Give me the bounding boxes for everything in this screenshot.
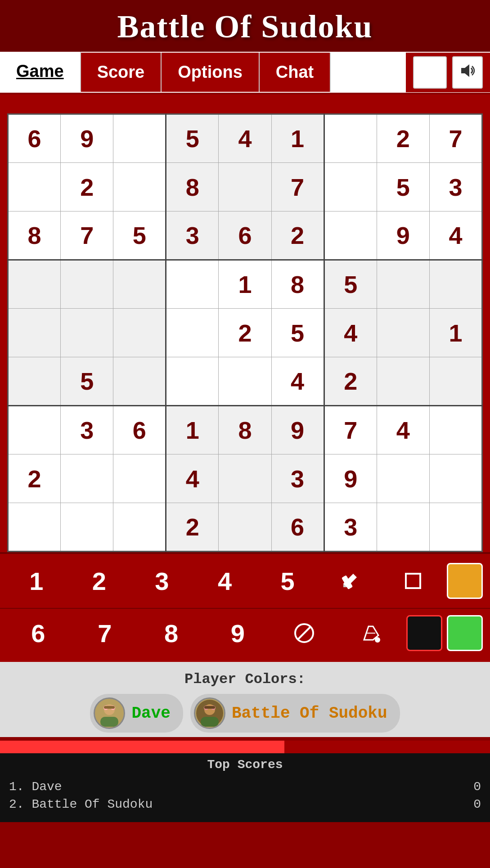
cell-r2-c1[interactable]: 7 <box>61 211 113 260</box>
square-button[interactable] <box>384 558 442 603</box>
num-4-button[interactable]: 4 <box>196 558 254 603</box>
cell-r5-c7[interactable] <box>377 357 429 406</box>
cell-r0-c0[interactable]: 6 <box>8 114 61 163</box>
cell-r4-c3[interactable] <box>166 309 219 357</box>
cell-r5-c3[interactable] <box>166 357 219 406</box>
cell-r5-c1[interactable]: 5 <box>61 357 113 406</box>
cell-r2-c6[interactable] <box>324 211 377 260</box>
cell-r6-c3[interactable]: 1 <box>166 406 219 454</box>
smiley-button[interactable]: ☺ <box>413 56 447 89</box>
cell-r7-c4[interactable] <box>219 454 271 503</box>
num-3-button[interactable]: 3 <box>133 558 191 603</box>
cell-r8-c0[interactable] <box>8 503 61 552</box>
cell-r3-c2[interactable] <box>113 260 166 309</box>
fill-bucket-button[interactable] <box>340 611 402 656</box>
cell-r5-c5[interactable]: 4 <box>271 357 324 406</box>
cell-r7-c6[interactable]: 9 <box>324 454 377 503</box>
pencil-button[interactable] <box>321 558 380 603</box>
cell-r2-c4[interactable]: 6 <box>219 211 271 260</box>
cell-r3-c4[interactable]: 1 <box>219 260 271 309</box>
cell-r4-c1[interactable] <box>61 309 113 357</box>
cell-r8-c6[interactable]: 3 <box>324 503 377 552</box>
cell-r6-c5[interactable]: 9 <box>271 406 324 454</box>
cell-r2-c5[interactable]: 2 <box>271 211 324 260</box>
cell-r0-c1[interactable]: 9 <box>61 114 113 163</box>
cell-r3-c3[interactable] <box>166 260 219 309</box>
cell-r8-c8[interactable] <box>429 503 482 552</box>
tab-game[interactable]: Game <box>0 52 81 93</box>
num-6-button[interactable]: 6 <box>7 611 69 656</box>
color-swatch-orange[interactable] <box>447 563 483 599</box>
cell-r0-c8[interactable]: 7 <box>429 114 482 163</box>
cell-r6-c4[interactable]: 8 <box>219 406 271 454</box>
cell-r7-c7[interactable] <box>377 454 429 503</box>
cell-r4-c5[interactable]: 5 <box>271 309 324 357</box>
cell-r5-c4[interactable] <box>219 357 271 406</box>
cell-r6-c1[interactable]: 3 <box>61 406 113 454</box>
cell-r8-c5[interactable]: 6 <box>271 503 324 552</box>
cell-r7-c3[interactable]: 4 <box>166 454 219 503</box>
num-9-button[interactable]: 9 <box>207 611 269 656</box>
cell-r7-c8[interactable] <box>429 454 482 503</box>
color-swatch-black[interactable] <box>406 615 442 651</box>
cell-r3-c8[interactable] <box>429 260 482 309</box>
cell-r8-c4[interactable] <box>219 503 271 552</box>
tab-options[interactable]: Options <box>162 53 260 92</box>
cell-r1-c6[interactable] <box>324 163 377 211</box>
cell-r4-c0[interactable] <box>8 309 61 357</box>
cell-r2-c7[interactable]: 9 <box>377 211 429 260</box>
cell-r2-c0[interactable]: 8 <box>8 211 61 260</box>
cell-r1-c8[interactable]: 3 <box>429 163 482 211</box>
cell-r2-c8[interactable]: 4 <box>429 211 482 260</box>
cell-r1-c3[interactable]: 8 <box>166 163 219 211</box>
cell-r7-c2[interactable] <box>113 454 166 503</box>
cell-r7-c0[interactable]: 2 <box>8 454 61 503</box>
cell-r5-c6[interactable]: 2 <box>324 357 377 406</box>
cell-r8-c1[interactable] <box>61 503 113 552</box>
cell-r7-c1[interactable] <box>61 454 113 503</box>
num-5-button[interactable]: 5 <box>258 558 317 603</box>
cell-r2-c2[interactable]: 5 <box>113 211 166 260</box>
cell-r5-c8[interactable] <box>429 357 482 406</box>
cell-r0-c6[interactable] <box>324 114 377 163</box>
num-1-button[interactable]: 1 <box>7 558 66 603</box>
cell-r1-c7[interactable]: 5 <box>377 163 429 211</box>
cell-r3-c1[interactable] <box>61 260 113 309</box>
sound-button[interactable] <box>452 56 483 89</box>
cell-r3-c7[interactable] <box>377 260 429 309</box>
cell-r5-c0[interactable] <box>8 357 61 406</box>
cell-r1-c2[interactable] <box>113 163 166 211</box>
cell-r5-c2[interactable] <box>113 357 166 406</box>
cell-r4-c8[interactable]: 1 <box>429 309 482 357</box>
cell-r1-c4[interactable] <box>219 163 271 211</box>
cell-r6-c8[interactable] <box>429 406 482 454</box>
tab-score[interactable]: Score <box>81 53 162 92</box>
cell-r0-c3[interactable]: 5 <box>166 114 219 163</box>
cell-r0-c5[interactable]: 1 <box>271 114 324 163</box>
cell-r0-c7[interactable]: 2 <box>377 114 429 163</box>
cell-r1-c5[interactable]: 7 <box>271 163 324 211</box>
cell-r6-c6[interactable]: 7 <box>324 406 377 454</box>
cell-r8-c2[interactable] <box>113 503 166 552</box>
num-2-button[interactable]: 2 <box>70 558 129 603</box>
cell-r4-c7[interactable] <box>377 309 429 357</box>
cell-r3-c6[interactable]: 5 <box>324 260 377 309</box>
cell-r3-c5[interactable]: 8 <box>271 260 324 309</box>
cell-r3-c0[interactable] <box>8 260 61 309</box>
cell-r4-c2[interactable] <box>113 309 166 357</box>
tab-chat[interactable]: Chat <box>260 53 331 92</box>
num-8-button[interactable]: 8 <box>140 611 202 656</box>
cell-r1-c1[interactable]: 2 <box>61 163 113 211</box>
cell-r4-c6[interactable]: 4 <box>324 309 377 357</box>
num-7-button[interactable]: 7 <box>74 611 136 656</box>
color-swatch-green[interactable] <box>447 615 483 651</box>
cell-r7-c5[interactable]: 3 <box>271 454 324 503</box>
cell-r1-c0[interactable] <box>8 163 61 211</box>
cell-r8-c7[interactable] <box>377 503 429 552</box>
cell-r4-c4[interactable]: 2 <box>219 309 271 357</box>
cell-r8-c3[interactable]: 2 <box>166 503 219 552</box>
cell-r6-c0[interactable] <box>8 406 61 454</box>
cell-r6-c2[interactable]: 6 <box>113 406 166 454</box>
cell-r0-c2[interactable] <box>113 114 166 163</box>
cell-r6-c7[interactable]: 4 <box>377 406 429 454</box>
